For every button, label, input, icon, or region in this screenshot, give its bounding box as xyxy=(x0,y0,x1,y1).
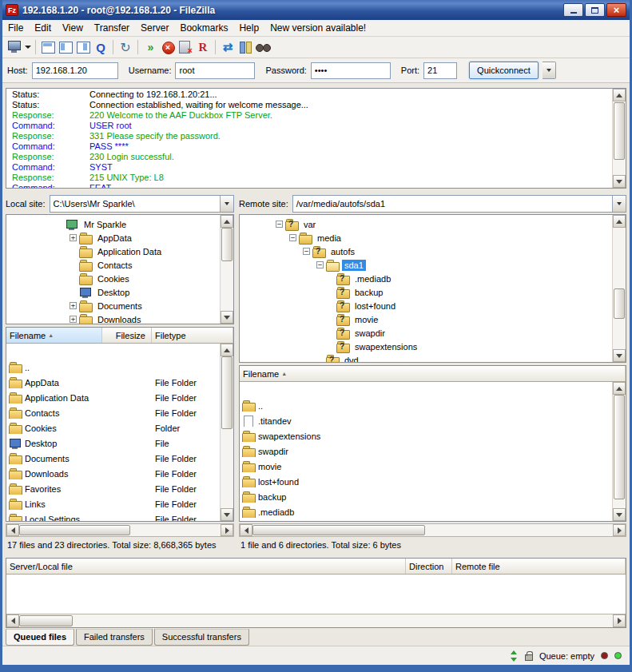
file-row[interactable]: .titandev xyxy=(240,413,612,428)
menu-transfer[interactable]: Transfer xyxy=(89,20,135,36)
tree-node[interactable]: ? lost+found xyxy=(240,299,612,312)
tree-expander[interactable]: + xyxy=(70,302,77,309)
titlebar[interactable]: Fz 192.168.1.20 - root@192.168.1.20 - Fi… xyxy=(2,0,630,20)
file-row[interactable]: lost+found xyxy=(240,474,612,489)
scroll-right-arrow[interactable] xyxy=(613,614,626,627)
scroll-down-arrow[interactable] xyxy=(613,508,626,521)
scroll-down-arrow[interactable] xyxy=(613,175,626,188)
tree-node[interactable]: ? backup xyxy=(240,285,612,299)
tab-successful-transfers[interactable]: Successful transfers xyxy=(154,629,249,646)
scroll-down-arrow[interactable] xyxy=(221,508,233,521)
scroll-thumb[interactable] xyxy=(614,288,625,319)
tree-node[interactable]: ? .mediadb xyxy=(240,272,612,285)
queue-horizontal-scrollbar[interactable] xyxy=(6,614,626,627)
scroll-up-arrow[interactable] xyxy=(613,89,626,101)
tree-node[interactable]: − ? autofs xyxy=(240,245,612,258)
toggle-remote-tree-icon[interactable] xyxy=(74,38,92,56)
tree-node[interactable]: − ? var xyxy=(240,217,612,231)
file-row[interactable]: Links File Folder xyxy=(6,496,220,511)
column-header-server-local-file[interactable]: Server/Local file xyxy=(6,559,406,574)
tree-expander[interactable]: − xyxy=(289,234,296,241)
encryption-status-icon[interactable] xyxy=(525,654,533,661)
disconnect-icon[interactable]: × xyxy=(177,38,194,56)
menu-file[interactable]: File xyxy=(2,20,29,36)
tree-node[interactable]: + Downloads xyxy=(6,312,220,324)
file-row[interactable]: .mediadb xyxy=(240,504,612,519)
tree-expander[interactable]: + xyxy=(70,316,77,323)
remote-tree-vertical-scrollbar[interactable] xyxy=(612,215,626,362)
file-row[interactable]: swapextensions xyxy=(240,428,612,443)
tab-queued-files[interactable]: Queued files xyxy=(6,629,74,646)
host-input[interactable] xyxy=(32,62,118,79)
toggle-local-tree-icon[interactable] xyxy=(57,38,74,56)
scroll-thumb[interactable] xyxy=(221,228,233,261)
speed-limit-icon[interactable] xyxy=(509,650,519,662)
site-manager-icon[interactable] xyxy=(6,38,23,56)
tree-expander[interactable]: − xyxy=(303,248,310,255)
quickconnect-button[interactable]: Quickconnect xyxy=(469,62,539,79)
scroll-thumb[interactable] xyxy=(19,615,73,626)
quickconnect-dropdown-arrow[interactable] xyxy=(543,62,556,79)
file-row[interactable]: Cookies Folder xyxy=(6,420,220,435)
file-row[interactable]: backup xyxy=(240,489,612,504)
scroll-up-arrow[interactable] xyxy=(221,215,233,228)
file-row[interactable]: AppData File Folder xyxy=(6,375,220,390)
tree-node[interactable]: Desktop xyxy=(6,285,220,299)
file-row[interactable]: Downloads File Folder xyxy=(6,466,220,481)
scroll-down-arrow[interactable] xyxy=(613,349,626,362)
file-row[interactable]: Contacts File Folder xyxy=(6,405,220,420)
remote-site-dropdown-arrow[interactable] xyxy=(612,196,626,212)
menu-new-version[interactable]: New version available! xyxy=(264,20,372,36)
tab-failed-transfers[interactable]: Failed transfers xyxy=(76,629,153,646)
menu-bookmarks[interactable]: Bookmarks xyxy=(174,20,233,36)
scroll-right-arrow[interactable] xyxy=(613,524,626,536)
scroll-thumb[interactable] xyxy=(614,395,625,499)
file-row[interactable]: .. xyxy=(240,398,612,413)
scroll-thumb[interactable] xyxy=(252,525,425,535)
maximize-button[interactable] xyxy=(585,3,605,17)
file-row[interactable]: Desktop File xyxy=(6,435,220,451)
column-header-filename[interactable]: Filename▲ xyxy=(240,366,626,381)
close-button[interactable]: × xyxy=(606,3,626,17)
file-row[interactable]: Documents File Folder xyxy=(6,451,220,466)
local-site-combo[interactable]: C:\Users\Mr Sparkle\ xyxy=(50,195,234,213)
local-site-dropdown-arrow[interactable] xyxy=(220,196,233,212)
scroll-down-arrow[interactable] xyxy=(221,311,233,324)
refresh-icon[interactable]: ↻ xyxy=(117,38,134,56)
tree-node[interactable]: ? swapdir xyxy=(240,326,612,340)
file-row[interactable]: Application Data File Folder xyxy=(6,390,220,405)
scroll-right-arrow[interactable] xyxy=(221,524,233,536)
scroll-up-arrow[interactable] xyxy=(221,344,233,356)
toggle-queue-icon[interactable]: Q xyxy=(92,38,109,56)
file-row[interactable]: Local Settings File Folder xyxy=(6,511,220,521)
menu-edit[interactable]: Edit xyxy=(29,20,57,36)
tree-node[interactable]: ? movie xyxy=(240,312,612,326)
tree-node[interactable]: Application Data xyxy=(6,245,220,258)
local-list-vertical-scrollbar[interactable] xyxy=(220,344,233,521)
menu-view[interactable]: View xyxy=(57,20,89,36)
tree-expander[interactable]: − xyxy=(316,261,324,268)
file-row[interactable]: swapdir xyxy=(240,443,612,459)
directory-comparison-icon[interactable] xyxy=(237,38,254,56)
scroll-left-arrow[interactable] xyxy=(6,614,19,627)
tree-expander[interactable]: + xyxy=(70,234,77,241)
menu-server[interactable]: Server xyxy=(135,20,174,36)
password-input[interactable] xyxy=(311,62,391,79)
local-tree-vertical-scrollbar[interactable] xyxy=(220,215,233,324)
reconnect-icon[interactable]: R xyxy=(194,38,212,56)
tree-node[interactable]: + AppData xyxy=(6,231,220,245)
menu-help[interactable]: Help xyxy=(233,20,264,36)
scroll-left-arrow[interactable] xyxy=(6,524,19,536)
remote-list-vertical-scrollbar[interactable] xyxy=(612,382,626,521)
minimize-button[interactable] xyxy=(563,3,583,17)
username-input[interactable] xyxy=(175,62,255,79)
scroll-left-arrow[interactable] xyxy=(240,524,252,536)
file-row[interactable]: Favorites File Folder xyxy=(6,481,220,496)
find-files-icon[interactable] xyxy=(254,38,272,56)
tree-node[interactable]: + Documents xyxy=(6,299,220,312)
scroll-thumb[interactable] xyxy=(19,525,130,535)
column-header-filesize[interactable]: Filesize xyxy=(102,328,152,343)
synchronized-browsing-icon[interactable]: ⇄ xyxy=(219,38,237,56)
port-input[interactable] xyxy=(423,62,457,79)
tree-node[interactable]: Contacts xyxy=(6,258,220,272)
